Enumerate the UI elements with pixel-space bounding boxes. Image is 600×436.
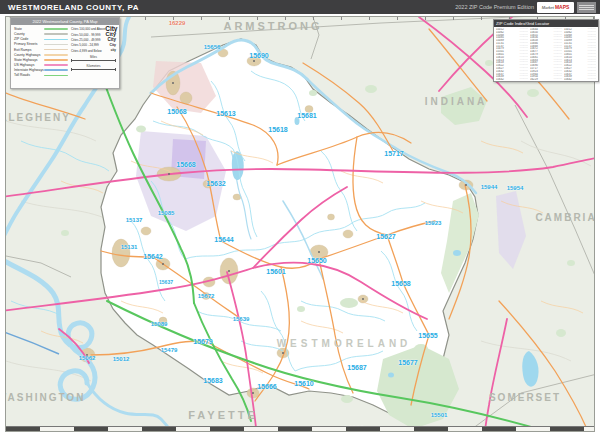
- legend-title: 2022 Westmoreland County, PA Map: [11, 18, 119, 25]
- legend-line-swatch: [44, 44, 68, 46]
- page-title: WESTMORELAND COUNTY, PA: [8, 3, 139, 12]
- zip-index-table: ZIP Code Index/Grid Locator 15012·······…: [493, 19, 599, 82]
- zip-index-row: 15642·········: [496, 78, 528, 81]
- legend-line-swatch: [44, 59, 68, 61]
- legend: 2022 Westmoreland County, PA Map StateCo…: [10, 17, 120, 89]
- legend-line-swatch: [44, 75, 68, 77]
- legend-line-row: Toll Roads: [14, 73, 71, 78]
- scalebar-kilometers: Kilometers: [71, 65, 116, 72]
- legend-line-items: StateCountyZIP CodePrimary StreetsExit R…: [11, 25, 71, 78]
- legend-line-swatch: [44, 39, 68, 41]
- zip-index-title: ZIP Code Index/Grid Locator: [494, 20, 598, 27]
- legend-line-swatch: [44, 33, 68, 35]
- scalebar-miles: Miles: [71, 56, 116, 63]
- legend-line-swatch: [44, 28, 68, 30]
- zip-index-column: 15012·········15062·········15068·······…: [564, 28, 596, 81]
- legend-line-swatch: [44, 64, 68, 66]
- legend-city-items: Cities 100,000 and AboveCityCities 50,00…: [71, 25, 119, 78]
- zip-index-column: 15012·········15062·········15068·······…: [496, 28, 528, 81]
- edition-label: 2022 ZIP Code Premium Edition: [455, 4, 534, 10]
- marketmaps-logo: Market MAPS: [537, 2, 574, 13]
- header-bar: WESTMORELAND COUNTY, PA 2022 ZIP Code Pr…: [0, 0, 600, 14]
- map-sheet: WESTMORELAND COUNTY, PA 2022 ZIP Code Pr…: [0, 0, 600, 436]
- zip-index-row: 15642·········: [564, 78, 596, 81]
- zip-index-row: 16229·········: [530, 78, 562, 81]
- scale-ruler: [6, 426, 594, 431]
- logo-grid-icon: [577, 2, 596, 13]
- legend-line-swatch: [44, 49, 68, 51]
- legend-line-swatch: [44, 69, 68, 71]
- zip-index-column: 15644·········15650·········15655·······…: [530, 28, 562, 81]
- legend-line-swatch: [44, 54, 68, 56]
- legend-city-row: Cities 25,000 - 49,999City: [71, 37, 116, 42]
- legend-city-row: Cities 4,999 and Belowcity: [71, 48, 116, 53]
